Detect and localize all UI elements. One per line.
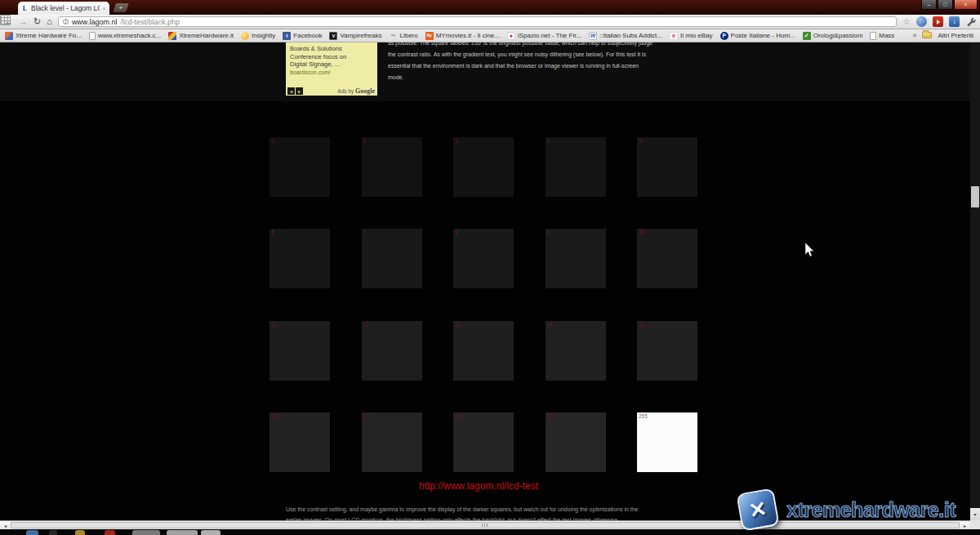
bookmark-favicon: e — [670, 32, 678, 40]
test-square: 9 — [546, 229, 606, 288]
test-square: 1 — [270, 137, 330, 197]
lagom-site-url: http://www.lagom.nl/lcd-test — [419, 480, 538, 492]
bookmark-item[interactable]: XtremeHardware.it — [168, 32, 234, 40]
test-square: 6 — [270, 229, 330, 288]
vertical-scrollbar[interactable]: ▾ — [970, 42, 980, 520]
bookmark-favicon: My — [425, 32, 434, 40]
close-button[interactable]: × — [954, 0, 978, 10]
bookmark-label: Mass-Mail — [879, 32, 894, 39]
black-level-test-grid: 1 2 3 4 5 6 — [0, 42, 980, 529]
square-number: 4 — [546, 137, 606, 144]
bookmark-item[interactable]: ~ Libero — [389, 32, 417, 40]
url-host: www.lagom.nl — [72, 18, 118, 26]
other-bookmarks-label[interactable]: Altri Preferiti — [938, 32, 973, 39]
scrollbar-corner — [970, 520, 980, 529]
tab-title: Black level - Lagom LCD ... — [31, 4, 100, 12]
wrench-menu-icon[interactable] — [965, 16, 976, 27]
square-number: 6 — [270, 229, 330, 235]
bookmark-item[interactable]: www.xtremeshack.c... — [89, 32, 161, 40]
square-number: 17 — [362, 412, 422, 419]
test-square: 16 — [270, 412, 330, 472]
bookmark-item[interactable]: My MYmovies.it - Il cine... — [425, 32, 500, 40]
taskbar-icon — [132, 530, 160, 535]
test-square: 255 — [637, 412, 697, 472]
tab-close-icon[interactable]: × — [102, 5, 106, 12]
scroll-right-icon[interactable]: ▸ — [960, 521, 970, 529]
square-number: 10 — [637, 229, 697, 235]
vertical-scrollbar-thumb[interactable] — [971, 186, 979, 207]
bookmark-label: Il mio eBay — [680, 32, 713, 39]
bookmark-label: Insightly — [252, 32, 275, 39]
bookmark-star-icon[interactable]: ☆ — [902, 16, 911, 27]
url-path: /lcd-test/black.php — [120, 18, 180, 26]
test-square: 2 — [362, 137, 422, 197]
square-number: 11 — [270, 321, 330, 328]
bookmark-label: ::Italian Subs Addict... — [599, 32, 662, 39]
bookmark-item[interactable]: Xtreme Hardware Fo... — [5, 32, 82, 40]
test-square: 13 — [453, 321, 514, 381]
bookmark-item[interactable]: ✓ Orologi&passioni — [803, 32, 862, 40]
square-number: 2 — [362, 137, 422, 144]
browser-window: L Black level - Lagom LCD ... × + – □ × … — [0, 0, 980, 535]
window-controls: – □ × — [921, 0, 978, 10]
bookmark-favicon — [89, 32, 96, 40]
bookmark-favicon — [168, 32, 176, 40]
bookmark-item[interactable]: P Poste Italiane - Hom... — [720, 32, 795, 40]
test-square: 7 — [362, 229, 422, 288]
tab-favicon: L — [21, 5, 29, 12]
youtube-extension-icon[interactable] — [933, 16, 943, 27]
test-square: 15 — [637, 321, 697, 381]
profile-extension-icon[interactable] — [916, 16, 927, 27]
bookmark-item[interactable]: f Facebook — [283, 32, 322, 40]
bookmark-item[interactable]: ● iSpazio.net - The Fir... — [507, 32, 581, 40]
bookmark-item[interactable]: Mass-Mail — [870, 32, 894, 40]
bookmark-item[interactable]: V Vampirefreaks — [329, 32, 381, 40]
square-number: 16 — [270, 412, 330, 419]
square-number: 18 — [453, 412, 514, 419]
square-number: 1 — [270, 137, 330, 144]
windows-taskbar[interactable] — [0, 529, 980, 535]
square-number: 5 — [637, 137, 697, 144]
bookmark-favicon: W — [589, 32, 597, 40]
test-square: 3 — [453, 137, 514, 197]
bookmark-item[interactable]: e Il mio eBay — [670, 32, 713, 40]
square-number: 8 — [453, 229, 514, 235]
bookmark-favicon: f — [283, 32, 291, 40]
browser-tab[interactable]: L Black level - Lagom LCD ... × — [18, 2, 109, 15]
bookmark-favicon: ● — [507, 32, 515, 40]
grid-extension-icon[interactable] — [0, 15, 11, 25]
bookmark-favicon — [870, 32, 876, 40]
xtremehardware-logo-icon: ✕ — [736, 488, 779, 531]
maximize-button[interactable]: □ — [938, 0, 953, 10]
home-icon[interactable]: ⌂ — [47, 17, 52, 26]
square-number: 9 — [546, 229, 606, 235]
scroll-left-icon[interactable]: ◂ — [0, 521, 11, 529]
bookmarks-list: Xtreme Hardware Fo... www.xtremeshack.c.… — [5, 29, 894, 42]
test-square: 4 — [546, 137, 606, 197]
page-globe-icon — [63, 19, 69, 25]
test-square: 10 — [637, 229, 697, 288]
mouse-cursor — [804, 243, 815, 258]
square-number: 13 — [453, 321, 514, 328]
address-bar[interactable]: www.lagom.nl/lcd-test/black.php — [58, 16, 897, 27]
minimize-button[interactable]: – — [921, 0, 937, 10]
test-square: 18 — [453, 412, 514, 472]
bookmarks-overflow-chevron-icon[interactable]: » — [912, 31, 916, 39]
download-extension-icon[interactable]: ↓ — [949, 16, 960, 27]
square-number: 19 — [546, 412, 606, 419]
bookmark-item[interactable]: Insightly — [241, 32, 275, 40]
forward-icon[interactable]: → — [19, 17, 28, 26]
new-tab-button[interactable]: + — [113, 3, 129, 12]
bookmark-label: iSpazio.net - The Fir... — [518, 32, 581, 39]
bookmark-favicon: ~ — [389, 32, 397, 40]
taskbar-icon — [75, 530, 85, 535]
bookmark-favicon — [241, 32, 249, 40]
test-square: 11 — [270, 321, 330, 381]
test-square: 5 — [637, 137, 697, 197]
reload-icon[interactable]: ↻ — [33, 17, 41, 26]
bookmark-item[interactable]: W ::Italian Subs Addict... — [589, 32, 662, 40]
scroll-down-icon[interactable]: ▾ — [970, 508, 980, 520]
titlebar: L Black level - Lagom LCD ... × + – □ × — [0, 0, 980, 15]
square-number: 7 — [362, 229, 422, 235]
bookmark-favicon — [5, 32, 13, 40]
